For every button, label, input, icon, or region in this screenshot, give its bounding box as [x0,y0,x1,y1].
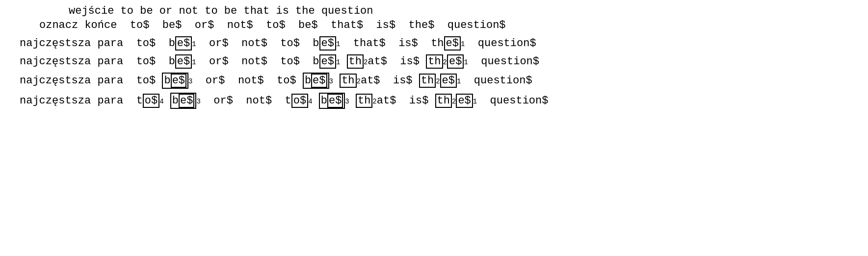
l4-sub2: 1 [336,59,340,66]
l5-box1: be$ [162,73,188,89]
l3-sub2: 1 [336,41,340,48]
l5-sub3: 2 [357,78,361,85]
l6-box6: th [435,94,452,108]
l4-sp1 [340,55,346,68]
l6-mid: or$ not$ t [201,95,291,107]
l6-sp1 [164,95,170,107]
l6-sub1: 4 [159,98,163,105]
l6-box2-inner: e$ [179,94,194,108]
l5-box1-inner: e$ [171,74,186,88]
line1-text: wejście to be or not to be that is the q… [69,5,373,17]
l6-sub6: 2 [452,98,456,105]
l6-sub2: 3 [196,98,200,105]
l3-sub3: 1 [461,41,465,48]
l6-sub3: 4 [308,98,312,105]
l5-box3: th [340,74,356,88]
l5-sub2: 3 [329,78,333,85]
l4-end: question$ [468,55,539,68]
l4-box4: th [426,54,443,69]
line-5: najczęstsza para to$ be$ 3 or$ not$ to$ … [20,73,858,89]
l6-end: question$ [477,95,548,107]
line-4: najczęstsza para to$ b e$ 1 or$ not$ to$… [20,54,858,69]
l5-box2: be$ [303,73,329,89]
l4-mid2: at$ is$ [368,55,426,68]
l4-sub4: 2 [443,59,447,66]
l5-prefix: najczęstsza para to$ [20,75,162,87]
l4-sub5: 1 [464,59,468,66]
l3-box1: e$ [175,36,192,51]
l5-mid2: at$ is$ [361,75,419,87]
l4-box3: th [347,54,364,69]
l6-box5: th [356,94,372,108]
l5-sub5: 1 [457,78,461,85]
l3-box3: e$ [444,36,461,51]
l5-box4: th [419,74,436,88]
l6-box1: o$ [143,94,159,108]
line-6: najczęstsza para t o$ 4 be$ 3 or$ not$ t… [20,93,858,109]
l3-mid2: that$ is$ th [340,37,444,50]
l5-mid: or$ not$ to$ [192,75,302,87]
l3-box2: e$ [319,36,336,51]
l6-sp3 [349,95,356,107]
l6-sub5: 2 [372,98,376,105]
l4-sub3: 2 [364,59,368,66]
l6-box2: be$ [170,93,197,109]
l3-mid: or$ not$ to$ b [196,37,319,50]
l4-prefix: najczęstsza para to$ b [20,55,175,68]
l6-sp2 [313,95,319,107]
l6-box4: be$ [319,93,345,109]
l4-box2: e$ [319,54,336,69]
l3-sub1: 1 [192,41,196,48]
line-3: najczęstsza para to$ b e$ 1 or$ not$ to$… [20,36,858,51]
l6-box4-inner: e$ [327,94,343,108]
l3-prefix: najczęstsza para to$ b [20,37,175,50]
l4-box5: e$ [447,54,464,69]
line2-text: oznacz końce to$ be$ or$ not$ to$ be$ th… [39,19,506,31]
l6-mid2: at$ is$ [377,95,435,107]
l4-mid: or$ not$ to$ b [196,55,319,68]
l6-prefix: najczęstsza para t [20,95,143,107]
l6-box7: e$ [456,94,473,108]
l4-box1: e$ [175,54,192,69]
l3-end: question$ [465,37,536,50]
l5-sub1: 3 [188,78,192,85]
l6-box3: o$ [291,94,308,108]
l5-box5: e$ [440,74,457,88]
l5-box2-inner: e$ [311,74,327,88]
l6-sub4: 3 [345,98,349,105]
l5-sp1 [333,75,340,87]
l5-sub4: 2 [436,78,440,85]
line-1: wejście to be or not to be that is the q… [69,5,858,17]
line-2: oznacz końce to$ be$ or$ not$ to$ be$ th… [39,19,858,31]
l6-sub7: 1 [473,98,477,105]
l5-end: question$ [461,75,532,87]
l4-sub1: 1 [192,59,196,66]
